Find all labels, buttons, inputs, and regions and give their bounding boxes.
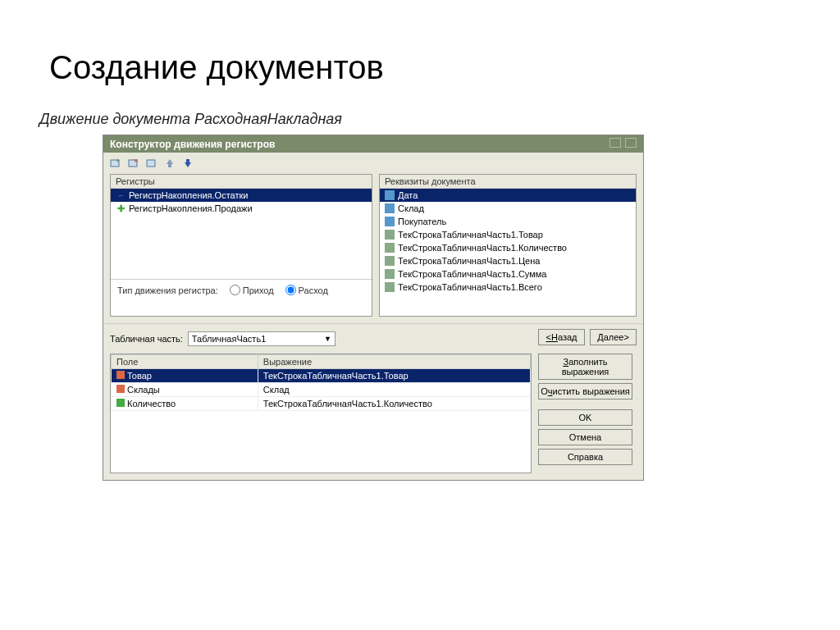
fields-col-field: Поле — [112, 355, 258, 369]
field-cell: Товар — [112, 369, 258, 383]
svg-text:+: + — [116, 157, 120, 165]
add-register-icon[interactable]: + — [108, 156, 123, 171]
fields-table-wrap: Поле Выражение ТоварТекСтрокаТабличнаяЧа… — [110, 354, 532, 473]
field-icon — [116, 399, 125, 407]
table-row-icon — [385, 243, 395, 253]
attribute-item[interactable]: ТекСтрокаТабличнаяЧасть1.Цена — [380, 254, 636, 267]
register-item-label: РегистрНакопления.Продажи — [129, 203, 253, 213]
attribute-item-label: ТекСтрокаТабличнаяЧасть1.Товар — [398, 230, 543, 240]
svg-text:×: × — [134, 157, 138, 165]
table-part-combo[interactable]: ТабличнаяЧасть1 ▼ — [188, 331, 336, 346]
attributes-panel: Реквизиты документа ДатаСкладПокупательТ… — [379, 174, 637, 317]
buttons-column: Заполнить выражения Очистить выражения O… — [538, 354, 637, 473]
table-row[interactable]: КоличествоТекСтрокаТабличнаяЧасть1.Колич… — [112, 397, 531, 411]
table-row-icon — [385, 282, 395, 292]
field-name: Склады — [127, 385, 160, 395]
expression-cell: ТекСтрокаТабличнаяЧасть1.Количество — [258, 397, 530, 411]
attribute-item-label: Дата — [398, 190, 418, 200]
move-down-icon[interactable] — [180, 156, 195, 171]
maximize-icon[interactable] — [609, 138, 621, 148]
attribute-item[interactable]: Покупатель — [380, 215, 636, 228]
table-part-value: ТабличнаяЧасть1 — [192, 334, 266, 344]
clear-expressions-button[interactable]: Очистить выражения — [538, 383, 632, 399]
attribute-item[interactable]: ТекСтрокаТабличнаяЧасть1.Всего — [380, 281, 636, 294]
svg-rect-4 — [147, 160, 155, 167]
field-cell: Количество — [112, 397, 258, 411]
titlebar: Конструктор движения регистров — [103, 135, 643, 153]
table-row[interactable]: ТоварТекСтрокаТабличнаяЧасть1.Товар — [112, 369, 531, 383]
register-item[interactable]: –РегистрНакопления.Остатки — [111, 189, 372, 202]
attribute-item[interactable]: ТекСтрокаТабличнаяЧасть1.Количество — [380, 241, 636, 254]
attribute-item-label: ТекСтрокаТабличнаяЧасть1.Количество — [398, 243, 567, 253]
edit-icon[interactable] — [144, 156, 159, 171]
radio-income-label: Приход — [243, 285, 274, 295]
table-part-label: Табличная часть: — [110, 334, 183, 344]
close-icon[interactable] — [625, 138, 637, 148]
move-up-icon[interactable] — [162, 156, 177, 171]
cancel-button[interactable]: Отмена — [538, 429, 632, 445]
fields-table[interactable]: Поле Выражение ТоварТекСтрокаТабличнаяЧа… — [111, 354, 531, 411]
table-empty-space — [111, 411, 531, 472]
registers-list[interactable]: –РегистрНакопления.Остатки✚РегистрНакопл… — [111, 189, 372, 279]
remove-register-icon[interactable]: × — [126, 156, 141, 171]
minus-icon: – — [116, 190, 126, 200]
plus-icon: ✚ — [116, 203, 126, 213]
table-part-row: Табличная часть: ТабличнаяЧасть1 ▼ <Наза… — [103, 323, 643, 354]
attribute-item[interactable]: ТекСтрокаТабличнаяЧасть1.Товар — [380, 228, 636, 241]
movement-type-label: Тип движения регистра: — [117, 285, 218, 295]
property-icon — [385, 217, 395, 226]
field-name: Количество — [127, 399, 176, 409]
attributes-header: Реквизиты документа — [380, 175, 636, 189]
toolbar: + × — [103, 153, 643, 174]
field-cell: Склады — [112, 383, 258, 397]
table-row-icon — [385, 269, 395, 279]
register-item-label: РегистрНакопления.Остатки — [129, 190, 248, 200]
radio-income[interactable]: Приход — [230, 285, 274, 295]
expression-cell: Склад — [258, 383, 530, 397]
attribute-item-label: Склад — [398, 203, 424, 213]
attribute-item[interactable]: ТекСтрокаТабличнаяЧасть1.Сумма — [380, 267, 636, 281]
back-button[interactable]: <Назад — [538, 329, 585, 345]
register-item[interactable]: ✚РегистрНакопления.Продажи — [111, 202, 372, 215]
radio-outcome-input[interactable] — [285, 285, 296, 295]
attribute-item-label: ТекСтрокаТабличнаяЧасть1.Всего — [398, 282, 542, 292]
field-icon — [116, 371, 125, 379]
next-button[interactable]: Далее> — [590, 329, 637, 345]
slide-subtitle: Движение документа РасходнаяНакладная — [39, 111, 840, 128]
attributes-list[interactable]: ДатаСкладПокупательТекСтрокаТабличнаяЧас… — [380, 189, 636, 316]
attribute-item-label: ТекСтрокаТабличнаяЧасть1.Цена — [398, 256, 540, 266]
attribute-item[interactable]: Склад — [380, 202, 636, 215]
attribute-item-label: ТекСтрокаТабличнаяЧасть1.Сумма — [398, 269, 546, 279]
movement-type-row: Тип движения регистра: Приход Расход — [111, 279, 372, 300]
registers-header: Регистры — [111, 175, 372, 189]
attribute-item[interactable]: Дата — [380, 189, 636, 202]
table-row[interactable]: СкладыСклад — [112, 383, 531, 397]
fill-expressions-button[interactable]: Заполнить выражения — [538, 354, 632, 380]
attribute-item-label: Покупатель — [398, 217, 446, 226]
slide-title: Создание документов — [49, 49, 840, 86]
radio-outcome-label: Расход — [299, 285, 328, 295]
dialog-window: Конструктор движения регистров + × Регис… — [103, 135, 644, 481]
table-row-icon — [385, 256, 395, 266]
property-icon — [385, 203, 395, 213]
help-button[interactable]: Справка — [538, 449, 632, 465]
table-row-icon — [385, 230, 395, 240]
chevron-down-icon: ▼ — [324, 335, 331, 343]
window-title: Конструктор движения регистров — [110, 139, 275, 150]
fields-col-expr: Выражение — [258, 355, 530, 369]
radio-outcome[interactable]: Расход — [285, 285, 328, 295]
expression-cell: ТекСтрокаТабличнаяЧасть1.Товар — [258, 369, 530, 383]
field-icon — [116, 385, 125, 393]
registers-panel: Регистры –РегистрНакопления.Остатки✚Реги… — [110, 174, 372, 317]
ok-button[interactable]: OK — [538, 409, 632, 426]
property-icon — [385, 190, 395, 200]
radio-income-input[interactable] — [230, 285, 240, 295]
field-name: Товар — [127, 371, 152, 381]
